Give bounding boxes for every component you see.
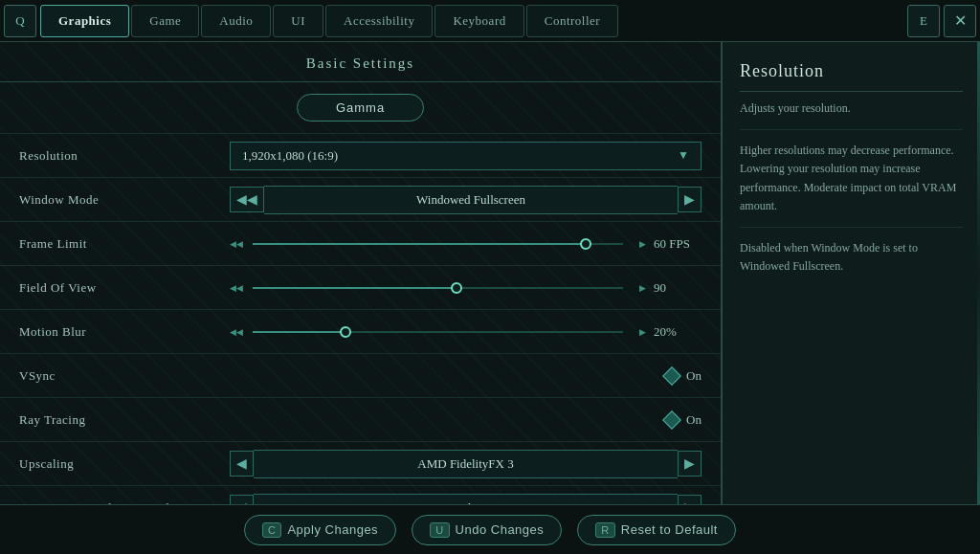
right-panel: Resolution Adjusts your resolution. High… (722, 42, 980, 504)
fsr-next-button[interactable]: ▶ (678, 495, 702, 504)
undo-key: U (430, 522, 449, 538)
fov-slider[interactable]: ◀◀ ▶ (230, 278, 646, 298)
fov-right-arrows-icon: ▶ (639, 283, 646, 293)
ray-tracing-value: On (686, 412, 702, 428)
resolution-control: 1,920x1,080 (16:9) ▼ (230, 142, 702, 170)
apply-key: C (262, 522, 281, 538)
ray-tracing-diamond-icon (662, 410, 681, 430)
q-icon: Q (15, 13, 24, 29)
nav-e-button[interactable]: E (907, 5, 940, 37)
left-panel: Basic Settings Gamma Resolution 1,920 (0, 42, 722, 504)
frame-limit-label: Frame Limit (19, 236, 230, 252)
tab-graphics[interactable]: Graphics (40, 5, 129, 37)
nav-q-button[interactable]: Q (4, 5, 36, 37)
upscaling-arrow-control: ◀ AMD FidelityFX 3 ▶ (230, 450, 702, 478)
tab-audio[interactable]: Audio (201, 5, 271, 37)
right-panel-separator (740, 129, 963, 130)
reset-key: R (595, 522, 614, 538)
window-mode-prev-button[interactable]: ◀◀ (230, 187, 264, 212)
fov-label: Field Of View (19, 280, 230, 296)
motion-blur-slider[interactable]: ◀◀ ▶ (230, 322, 646, 342)
tab-keyboard[interactable]: Keyboard (434, 5, 523, 37)
ray-tracing-label: Ray Tracing (19, 412, 230, 428)
fsr-control: ◀ Quality ▶ (230, 494, 702, 505)
motion-blur-thumb[interactable] (340, 326, 351, 338)
section-header: Basic Settings (0, 42, 721, 82)
fov-track (253, 287, 623, 289)
tab-game[interactable]: Game (131, 5, 199, 37)
bottom-bar: C Apply Changes U Undo Changes R Reset t… (0, 504, 980, 554)
blur-right-arrows-icon: ▶ (639, 327, 646, 337)
right-panel-desc2: Higher resolutions may decrease performa… (740, 142, 963, 215)
motion-blur-control: ◀◀ ▶ 20% (230, 322, 702, 342)
frame-limit-row: Frame Limit ◀◀ ▶ 60 FPS (0, 222, 721, 266)
frame-limit-thumb[interactable] (580, 238, 591, 250)
apply-changes-button[interactable]: C Apply Changes (244, 515, 396, 545)
ray-tracing-control: On (230, 412, 702, 428)
window-mode-row: Window Mode ◀◀ Windowed Fullscreen ▶ (0, 178, 721, 222)
vsync-label: VSync (19, 368, 230, 384)
resolution-dropdown[interactable]: 1,920x1,080 (16:9) ▼ (230, 142, 702, 170)
window-mode-label: Window Mode (19, 192, 230, 208)
vsync-toggle[interactable]: On (665, 368, 702, 384)
slider-right-arrows-icon: ▶ (639, 239, 646, 249)
gamma-button[interactable]: Gamma (297, 94, 424, 122)
reset-label: Reset to Default (621, 522, 718, 537)
vsync-value: On (686, 368, 702, 384)
fsr-label: FSR Super Resolution Quality (19, 500, 230, 505)
motion-blur-value: 20% (654, 324, 702, 340)
fov-left-arrows-icon: ◀◀ (230, 283, 243, 293)
motion-blur-row: Motion Blur ◀◀ ▶ 20% (0, 310, 721, 354)
window-mode-arrow-control: ◀◀ Windowed Fullscreen ▶ (230, 186, 702, 214)
main-content: Basic Settings Gamma Resolution 1,920 (0, 42, 980, 504)
fov-row: Field Of View ◀◀ ▶ 90 (0, 266, 721, 310)
dropdown-arrow-icon: ▼ (678, 148, 689, 163)
undo-changes-button[interactable]: U Undo Changes (412, 515, 562, 545)
upscaling-next-button[interactable]: ▶ (678, 451, 702, 476)
tab-controller[interactable]: Controller (526, 5, 618, 37)
ray-tracing-toggle[interactable]: On (665, 412, 702, 428)
motion-blur-track (253, 331, 623, 333)
right-panel-desc3: Disabled when Window Mode is set to Wind… (740, 239, 963, 276)
fov-fill (253, 287, 457, 289)
motion-blur-label: Motion Blur (19, 324, 230, 340)
frame-limit-slider[interactable]: ◀◀ ▶ (230, 234, 646, 254)
resolution-row: Resolution 1,920x1,080 (16:9) ▼ (0, 134, 721, 178)
window-mode-value: Windowed Fullscreen (264, 186, 678, 214)
tab-ui[interactable]: UI (273, 5, 323, 37)
upscaling-label: Upscaling (19, 456, 230, 472)
settings-list: Resolution 1,920x1,080 (16:9) ▼ Window M… (0, 134, 721, 504)
fov-thumb[interactable] (451, 282, 462, 294)
left-panel-inner: Basic Settings Gamma Resolution 1,920 (0, 42, 721, 504)
right-panel-desc1: Adjusts your resolution. (740, 100, 963, 118)
reset-default-button[interactable]: R Reset to Default (577, 515, 736, 545)
upscaling-value: AMD FidelityFX 3 (254, 450, 678, 478)
window-mode-control: ◀◀ Windowed Fullscreen ▶ (230, 186, 702, 214)
right-panel-title: Resolution (740, 61, 963, 92)
upscaling-control: ◀ AMD FidelityFX 3 ▶ (230, 450, 702, 478)
window-mode-next-button[interactable]: ▶ (678, 187, 702, 212)
vsync-control: On (230, 368, 702, 384)
e-icon: E (920, 13, 927, 29)
undo-label: Undo Changes (456, 522, 545, 537)
resolution-label: Resolution (19, 148, 230, 164)
motion-blur-fill (253, 331, 345, 333)
close-icon: ✕ (954, 11, 967, 30)
fsr-value: Quality (254, 494, 678, 505)
frame-limit-fill (253, 243, 586, 245)
close-button[interactable]: ✕ (944, 5, 976, 37)
top-nav: Q Graphics Game Audio UI Accessibility K… (0, 0, 980, 42)
blur-left-arrows-icon: ◀◀ (230, 327, 243, 337)
fsr-row: FSR Super Resolution Quality ◀ Quality ▶ (0, 486, 721, 504)
tab-accessibility[interactable]: Accessibility (325, 5, 433, 37)
frame-limit-track (253, 243, 623, 245)
right-panel-separator2 (740, 227, 963, 228)
vsync-diamond-icon (662, 366, 681, 386)
fsr-prev-button[interactable]: ◀ (230, 495, 254, 504)
frame-limit-control: ◀◀ ▶ 60 FPS (230, 234, 702, 254)
ray-tracing-row: Ray Tracing On (0, 398, 721, 442)
upscaling-prev-button[interactable]: ◀ (230, 451, 254, 476)
fsr-arrow-control: ◀ Quality ▶ (230, 494, 702, 505)
fov-control: ◀◀ ▶ 90 (230, 278, 702, 298)
fov-value: 90 (654, 280, 702, 296)
